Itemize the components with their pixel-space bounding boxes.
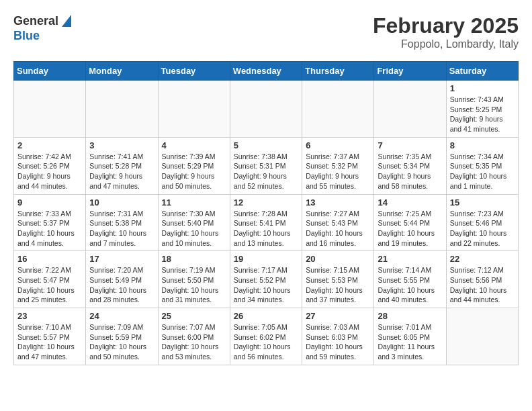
- day-cell-6: 6Sunrise: 7:37 AM Sunset: 5:32 PM Daylig…: [302, 137, 374, 194]
- weekday-header-saturday: Saturday: [446, 62, 518, 81]
- day-info: Sunrise: 7:03 AM Sunset: 6:03 PM Dayligh…: [306, 322, 370, 362]
- day-number: 14: [378, 197, 442, 208]
- logo-icon: [60, 15, 71, 27]
- day-cell-15: 15Sunrise: 7:23 AM Sunset: 5:46 PM Dayli…: [446, 194, 518, 251]
- day-cell-14: 14Sunrise: 7:25 AM Sunset: 5:44 PM Dayli…: [374, 194, 446, 251]
- day-info: Sunrise: 7:31 AM Sunset: 5:38 PM Dayligh…: [89, 209, 154, 248]
- day-cell-28: 28Sunrise: 7:01 AM Sunset: 6:05 PM Dayli…: [374, 308, 446, 365]
- day-info: Sunrise: 7:43 AM Sunset: 5:25 PM Dayligh…: [450, 95, 515, 134]
- day-number: 21: [378, 254, 442, 264]
- day-info: Sunrise: 7:35 AM Sunset: 5:34 PM Dayligh…: [378, 152, 442, 191]
- empty-cell: [86, 81, 158, 138]
- day-number: 25: [162, 311, 226, 321]
- day-number: 19: [234, 254, 298, 264]
- week-row-4: 16Sunrise: 7:22 AM Sunset: 5:47 PM Dayli…: [14, 251, 519, 308]
- empty-cell: [158, 81, 230, 138]
- day-number: 12: [234, 197, 298, 208]
- day-cell-11: 11Sunrise: 7:30 AM Sunset: 5:40 PM Dayli…: [158, 194, 230, 251]
- day-info: Sunrise: 7:23 AM Sunset: 5:46 PM Dayligh…: [450, 209, 515, 248]
- day-info: Sunrise: 7:34 AM Sunset: 5:35 PM Dayligh…: [450, 152, 515, 191]
- day-cell-3: 3Sunrise: 7:41 AM Sunset: 5:28 PM Daylig…: [86, 137, 158, 194]
- day-cell-7: 7Sunrise: 7:35 AM Sunset: 5:34 PM Daylig…: [374, 137, 446, 194]
- day-cell-26: 26Sunrise: 7:05 AM Sunset: 6:02 PM Dayli…: [230, 308, 302, 365]
- day-info: Sunrise: 7:09 AM Sunset: 5:59 PM Dayligh…: [89, 322, 154, 362]
- day-number: 26: [234, 311, 298, 321]
- title-block: February 2025 Foppolo, Lombardy, Italy: [373, 13, 519, 50]
- empty-cell: [302, 81, 374, 138]
- day-cell-22: 22Sunrise: 7:12 AM Sunset: 5:56 PM Dayli…: [446, 251, 518, 308]
- calendar-table: SundayMondayTuesdayWednesdayThursdayFrid…: [13, 61, 519, 365]
- day-cell-24: 24Sunrise: 7:09 AM Sunset: 5:59 PM Dayli…: [86, 308, 158, 365]
- day-cell-10: 10Sunrise: 7:31 AM Sunset: 5:38 PM Dayli…: [86, 194, 158, 251]
- empty-cell: [230, 81, 302, 138]
- weekday-header-wednesday: Wednesday: [230, 62, 302, 81]
- weekday-header-thursday: Thursday: [302, 62, 374, 81]
- day-cell-27: 27Sunrise: 7:03 AM Sunset: 6:03 PM Dayli…: [302, 308, 374, 365]
- day-number: 17: [89, 254, 154, 264]
- day-cell-8: 8Sunrise: 7:34 AM Sunset: 5:35 PM Daylig…: [446, 137, 518, 194]
- day-info: Sunrise: 7:30 AM Sunset: 5:40 PM Dayligh…: [162, 209, 226, 248]
- day-number: 10: [89, 197, 154, 208]
- day-info: Sunrise: 7:37 AM Sunset: 5:32 PM Dayligh…: [306, 152, 370, 191]
- svg-marker-0: [62, 15, 71, 27]
- day-number: 5: [234, 140, 298, 150]
- day-info: Sunrise: 7:33 AM Sunset: 5:37 PM Dayligh…: [17, 209, 82, 248]
- day-cell-21: 21Sunrise: 7:14 AM Sunset: 5:55 PM Dayli…: [374, 251, 446, 308]
- day-number: 28: [378, 311, 442, 321]
- day-info: Sunrise: 7:14 AM Sunset: 5:55 PM Dayligh…: [378, 265, 442, 305]
- day-info: Sunrise: 7:19 AM Sunset: 5:50 PM Dayligh…: [162, 265, 226, 305]
- empty-cell: [14, 81, 86, 138]
- week-row-1: 1Sunrise: 7:43 AM Sunset: 5:25 PM Daylig…: [14, 81, 519, 138]
- day-info: Sunrise: 7:20 AM Sunset: 5:49 PM Dayligh…: [89, 265, 154, 305]
- day-number: 2: [17, 140, 82, 150]
- day-cell-19: 19Sunrise: 7:17 AM Sunset: 5:52 PM Dayli…: [230, 251, 302, 308]
- day-info: Sunrise: 7:38 AM Sunset: 5:31 PM Dayligh…: [234, 152, 298, 191]
- day-cell-13: 13Sunrise: 7:27 AM Sunset: 5:43 PM Dayli…: [302, 194, 374, 251]
- day-cell-17: 17Sunrise: 7:20 AM Sunset: 5:49 PM Dayli…: [86, 251, 158, 308]
- month-title: February 2025: [373, 13, 519, 38]
- day-number: 1: [450, 83, 515, 93]
- weekday-header-monday: Monday: [86, 62, 158, 81]
- day-info: Sunrise: 7:27 AM Sunset: 5:43 PM Dayligh…: [306, 209, 370, 248]
- day-info: Sunrise: 7:05 AM Sunset: 6:02 PM Dayligh…: [234, 322, 298, 362]
- day-number: 13: [306, 197, 370, 208]
- day-cell-18: 18Sunrise: 7:19 AM Sunset: 5:50 PM Dayli…: [158, 251, 230, 308]
- day-cell-23: 23Sunrise: 7:10 AM Sunset: 5:57 PM Dayli…: [14, 308, 86, 365]
- logo-blue-text: Blue: [13, 30, 71, 43]
- empty-cell: [446, 308, 518, 365]
- day-number: 15: [450, 197, 515, 208]
- day-cell-9: 9Sunrise: 7:33 AM Sunset: 5:37 PM Daylig…: [14, 194, 86, 251]
- empty-cell: [374, 81, 446, 138]
- day-number: 16: [17, 254, 82, 264]
- week-row-5: 23Sunrise: 7:10 AM Sunset: 5:57 PM Dayli…: [14, 308, 519, 365]
- day-info: Sunrise: 7:25 AM Sunset: 5:44 PM Dayligh…: [378, 209, 442, 248]
- day-number: 8: [450, 140, 515, 150]
- day-info: Sunrise: 7:10 AM Sunset: 5:57 PM Dayligh…: [17, 322, 82, 362]
- weekday-header-row: SundayMondayTuesdayWednesdayThursdayFrid…: [14, 62, 519, 81]
- day-number: 22: [450, 254, 515, 264]
- weekday-header-sunday: Sunday: [14, 62, 86, 81]
- logo-general-text: General: [13, 15, 58, 28]
- day-number: 27: [306, 311, 370, 321]
- day-number: 23: [17, 311, 82, 321]
- location-title: Foppolo, Lombardy, Italy: [373, 38, 519, 50]
- day-info: Sunrise: 7:39 AM Sunset: 5:29 PM Dayligh…: [162, 152, 226, 191]
- day-cell-2: 2Sunrise: 7:42 AM Sunset: 5:26 PM Daylig…: [14, 137, 86, 194]
- day-cell-25: 25Sunrise: 7:07 AM Sunset: 6:00 PM Dayli…: [158, 308, 230, 365]
- day-info: Sunrise: 7:17 AM Sunset: 5:52 PM Dayligh…: [234, 265, 298, 305]
- day-info: Sunrise: 7:07 AM Sunset: 6:00 PM Dayligh…: [162, 322, 226, 362]
- day-number: 6: [306, 140, 370, 150]
- day-number: 20: [306, 254, 370, 264]
- day-number: 9: [17, 197, 82, 208]
- day-number: 18: [162, 254, 226, 264]
- day-number: 24: [89, 311, 154, 321]
- day-cell-4: 4Sunrise: 7:39 AM Sunset: 5:29 PM Daylig…: [158, 137, 230, 194]
- day-number: 3: [89, 140, 154, 150]
- day-info: Sunrise: 7:42 AM Sunset: 5:26 PM Dayligh…: [17, 152, 82, 191]
- day-cell-1: 1Sunrise: 7:43 AM Sunset: 5:25 PM Daylig…: [446, 81, 518, 138]
- week-row-2: 2Sunrise: 7:42 AM Sunset: 5:26 PM Daylig…: [14, 137, 519, 194]
- weekday-header-friday: Friday: [374, 62, 446, 81]
- day-number: 7: [378, 140, 442, 150]
- weekday-header-tuesday: Tuesday: [158, 62, 230, 81]
- day-cell-12: 12Sunrise: 7:28 AM Sunset: 5:41 PM Dayli…: [230, 194, 302, 251]
